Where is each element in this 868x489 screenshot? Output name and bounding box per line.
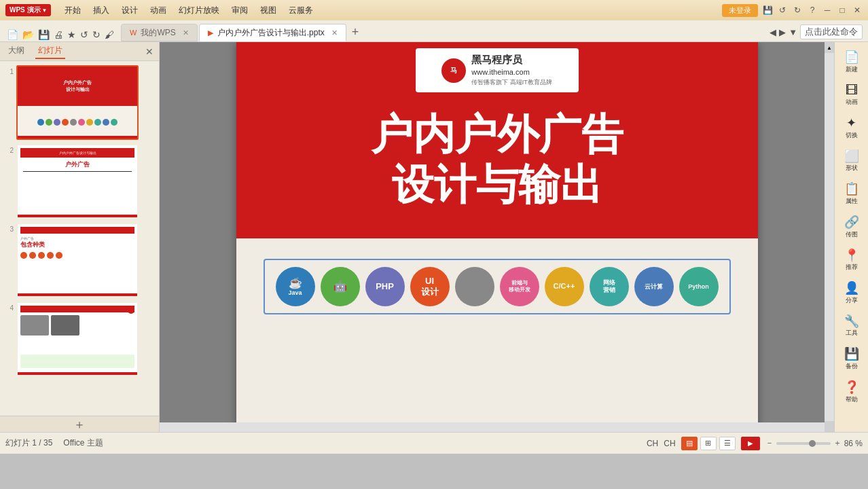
zoom-in-icon[interactable]: ＋ bbox=[833, 437, 842, 449]
menu-review[interactable]: 审阅 bbox=[226, 3, 253, 18]
android-icon: 🤖 bbox=[333, 280, 347, 293]
menu-insert[interactable]: 插入 bbox=[88, 3, 115, 18]
scroll-thumb-v[interactable] bbox=[825, 53, 834, 421]
print-icon[interactable]: 🖨 bbox=[52, 28, 65, 41]
save-file-icon[interactable]: 💾 bbox=[37, 28, 51, 41]
nav-prev-icon[interactable]: ◀ bbox=[770, 27, 776, 37]
right-btn-shape[interactable]: ⬜ 形状 bbox=[837, 147, 867, 176]
view-buttons: ▤ ⊞ ☰ bbox=[681, 437, 736, 450]
right-btn-tools[interactable]: 🔧 工具 bbox=[837, 312, 867, 341]
redo-icon[interactable]: ↻ bbox=[792, 5, 803, 16]
tech-icon-cpp: C/C++ bbox=[545, 267, 584, 306]
maximize-icon[interactable]: □ bbox=[837, 5, 848, 16]
slide-item-1[interactable]: 1 户内户外广告设计与输出 bbox=[3, 65, 156, 140]
share-icon: 👤 bbox=[844, 281, 859, 296]
redo-tab-icon[interactable]: ↻ bbox=[91, 28, 102, 41]
zoom-slider[interactable] bbox=[776, 442, 831, 445]
slide-item-4[interactable]: 4 bbox=[3, 302, 156, 376]
view-grid-button[interactable]: ⊞ bbox=[700, 437, 717, 450]
help-icon[interactable]: ? bbox=[807, 5, 818, 16]
brand-logo: 马 bbox=[441, 58, 466, 83]
menu-cloud[interactable]: 云服务 bbox=[283, 3, 319, 18]
tech-icon-apple bbox=[455, 267, 494, 306]
right-btn-transition[interactable]: ✦ 切换 bbox=[837, 113, 867, 143]
add-slide-button[interactable]: ＋ bbox=[0, 416, 159, 432]
menu-design[interactable]: 设计 bbox=[116, 3, 143, 18]
play-button[interactable]: ▶ bbox=[741, 437, 760, 450]
slide-thumb-3[interactable]: 户外广告 包含种类 bbox=[16, 223, 139, 297]
transition-icon: ✦ bbox=[846, 116, 856, 131]
undo-icon[interactable]: ↺ bbox=[777, 5, 788, 16]
toolbar-icons: 📄 📂 💾 🖨 ★ ↺ ↻ 🖌 bbox=[5, 28, 115, 41]
open-file-icon[interactable]: 📂 bbox=[21, 28, 35, 41]
tech-icons-row[interactable]: ☕ Java 🤖 PHP UI设计 bbox=[264, 259, 731, 314]
search-box[interactable]: 点击此处命令 bbox=[800, 24, 863, 39]
tech-icon-android: 🤖 bbox=[321, 267, 360, 306]
panel-tab-slides[interactable]: 幻灯片 bbox=[35, 43, 65, 59]
thumb3-header bbox=[20, 227, 134, 234]
close-icon[interactable]: ✕ bbox=[852, 5, 863, 16]
menu-view[interactable]: 视图 bbox=[255, 3, 282, 18]
java-text: Java bbox=[288, 289, 302, 297]
right-btn-share[interactable]: 👤 分享 bbox=[837, 278, 867, 308]
wps-logo[interactable]: WPS 演示 ▼ bbox=[5, 4, 51, 16]
format-brush-icon[interactable]: 🖌 bbox=[103, 28, 115, 41]
panel-tab-outline[interactable]: 大纲 bbox=[5, 43, 27, 59]
upload-icon: 🔗 bbox=[844, 215, 859, 230]
thumb3-title: 包含种类 bbox=[20, 240, 134, 249]
tech-icon-php: PHP bbox=[365, 267, 405, 306]
right-btn-animation[interactable]: 🎞 动画 bbox=[837, 81, 867, 110]
menu-start[interactable]: 开始 bbox=[59, 3, 86, 18]
mobile-text: 前端与移动开发 bbox=[509, 280, 530, 293]
quick-access-icon[interactable]: ★ bbox=[66, 28, 77, 41]
slide-title-line1: 户内户外广告 bbox=[236, 109, 758, 160]
slide-item-2[interactable]: 2 户内户外广告设计与输出 户外广告 bbox=[3, 144, 156, 219]
login-button[interactable]: 未登录 bbox=[722, 4, 758, 17]
tab-wps-logo: W bbox=[130, 29, 137, 37]
view-notes-button[interactable]: ☰ bbox=[719, 437, 736, 450]
slide-thumb-1[interactable]: 户内户外广告设计与输出 bbox=[16, 65, 139, 140]
slide-thumb-2[interactable]: 户内户外广告设计与输出 户外广告 bbox=[16, 144, 139, 219]
new-file-icon[interactable]: 📄 bbox=[5, 28, 20, 41]
recommend-label: 推荐 bbox=[846, 263, 858, 272]
minimize-icon[interactable]: ─ bbox=[822, 5, 833, 16]
right-btn-new[interactable]: 📄 新建 bbox=[837, 48, 867, 77]
scroll-up-arrow[interactable]: ▲ bbox=[825, 42, 834, 53]
slide-num-3: 3 bbox=[3, 225, 14, 233]
tab-presentation-close[interactable]: ✕ bbox=[331, 29, 338, 37]
zoom-level: 86 % bbox=[844, 439, 863, 448]
menu-slideshow[interactable]: 幻灯片放映 bbox=[173, 3, 225, 18]
tools-label: 工具 bbox=[846, 329, 858, 338]
undo-tab-icon[interactable]: ↺ bbox=[79, 28, 90, 41]
right-btn-help[interactable]: ❓ 帮助 bbox=[837, 378, 867, 407]
view-normal-button[interactable]: ▤ bbox=[681, 437, 698, 450]
thumb4-images bbox=[20, 315, 134, 336]
slide-item-3[interactable]: 3 户外广告 包含种类 bbox=[3, 223, 156, 297]
right-btn-backup[interactable]: 💾 备份 bbox=[837, 344, 867, 374]
slide-bottom: ☕ Java 🤖 PHP UI设计 bbox=[236, 238, 758, 432]
nav-next-icon[interactable]: ▶ bbox=[779, 27, 786, 37]
tab-presentation-label: 户内户外广告设计与输出.pptx bbox=[217, 27, 325, 39]
thumb4-dot bbox=[128, 307, 134, 314]
save-icon[interactable]: 💾 bbox=[762, 5, 773, 16]
tab-my-wps-close[interactable]: ✕ bbox=[183, 29, 189, 37]
thumb1-bottom-bar bbox=[18, 136, 137, 139]
tab-presentation[interactable]: ▶ 户内户外广告设计与输出.pptx ✕ bbox=[199, 24, 346, 41]
property-icon: 📋 bbox=[844, 182, 859, 197]
right-btn-upload[interactable]: 🔗 传图 bbox=[837, 213, 867, 242]
tab-my-wps[interactable]: W 我的WPS ✕ bbox=[121, 24, 198, 41]
panel-close-button[interactable]: ✕ bbox=[145, 46, 153, 57]
slide-area[interactable]: 马 黑马程序员 www.itheima.com 传智播客旗下 高端IT教育品牌 … bbox=[160, 42, 834, 432]
slide-thumb-4[interactable] bbox=[16, 302, 139, 376]
horizontal-scrollbar[interactable] bbox=[160, 422, 825, 432]
status-bar: 幻灯片 1 / 35 Office 主题 CH CH ▤ ⊞ ☰ ▶ － ＋ 8… bbox=[0, 432, 868, 454]
wps-dropdown-icon[interactable]: ▼ bbox=[42, 7, 48, 14]
right-btn-property[interactable]: 📋 属性 bbox=[837, 179, 867, 209]
zoom-out-icon[interactable]: － bbox=[765, 437, 774, 449]
right-btn-recommend[interactable]: 📍 推荐 bbox=[837, 246, 867, 275]
right-panel: 📄 新建 🎞 动画 ✦ 切换 ⬜ 形状 📋 属性 🔗 传图 📍 推荐 👤 bbox=[834, 42, 868, 432]
nav-list-icon[interactable]: ▼ bbox=[789, 27, 797, 37]
menu-animation[interactable]: 动画 bbox=[145, 3, 172, 18]
add-tab-button[interactable]: + bbox=[348, 25, 363, 39]
vertical-scrollbar[interactable]: ▲ ▼ bbox=[825, 42, 834, 432]
